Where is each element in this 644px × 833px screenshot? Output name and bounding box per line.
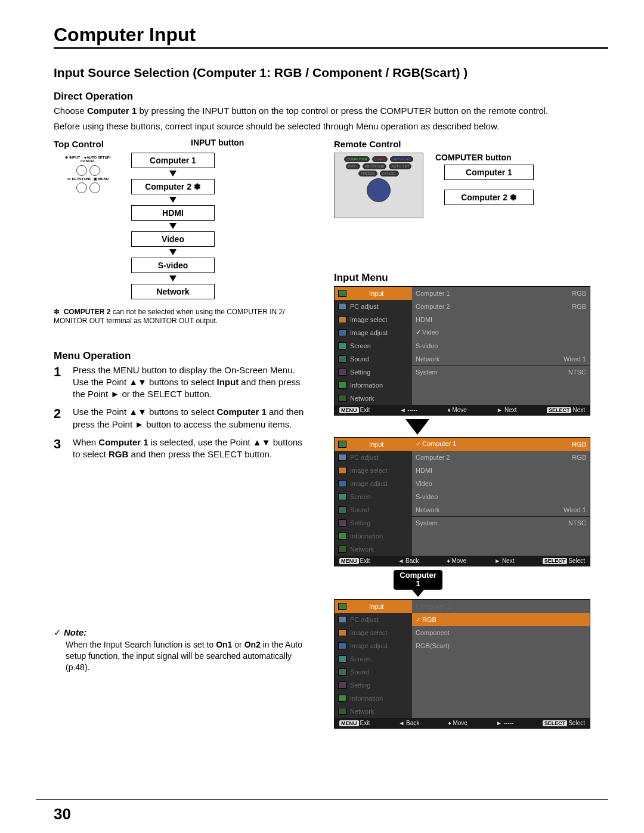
osd-left-label: Sound: [350, 668, 369, 676]
menu-icon: [338, 454, 346, 461]
osd-left-label: Input: [369, 290, 383, 297]
osd-left-item[interactable]: Image select: [335, 626, 412, 639]
st: Exit: [360, 407, 370, 413]
osd-right-item[interactable]: Computer 1RGB: [412, 287, 590, 300]
menu-icon: [338, 368, 346, 376]
osd-left-item[interactable]: Input›: [335, 438, 412, 451]
osd-right-item[interactable]: ✓Video: [412, 326, 590, 339]
remote-btn-autoset[interactable]: AUTO SET: [389, 163, 411, 169]
osd-left-item[interactable]: Sound: [335, 503, 412, 516]
osd-left-item[interactable]: Screen: [335, 339, 412, 352]
st: ◄ -----: [400, 407, 417, 413]
menu-icon: [338, 708, 346, 715]
osd-right-label: S-video: [416, 493, 438, 500]
tc-label-keystone: KEYSTONE: [72, 177, 92, 181]
osd-left-item[interactable]: Setting: [335, 516, 412, 529]
footnote-bold: COMPUTER 2: [64, 308, 111, 316]
osd-right-item[interactable]: NetworkWired 1: [412, 503, 590, 516]
osd-left-item[interactable]: Image adjust: [335, 477, 412, 490]
step-number-1: 1: [54, 364, 67, 401]
osd-menu-2: Input›PC adjustImage selectImage adjustS…: [334, 437, 590, 566]
osd-right-label: Network: [416, 506, 439, 513]
remote-btn-computer[interactable]: COMPUTER: [344, 156, 369, 162]
osd-left-item[interactable]: Input›: [335, 600, 412, 613]
remote-btn-video[interactable]: VIDEO: [372, 156, 388, 162]
osd-left-label: Network: [350, 395, 374, 402]
osd-left-item[interactable]: Image adjust: [335, 639, 412, 652]
osd-left-label: Screen: [350, 493, 371, 500]
osd-right-item[interactable]: ✓Computer 1RGB: [412, 438, 590, 451]
osd-left-item[interactable]: Image adjust: [335, 326, 412, 339]
osd-right-label: ✓RGB: [416, 616, 436, 624]
remote-flow-computer1: Computer 1: [444, 165, 534, 180]
flow-network: Network: [131, 284, 215, 299]
osd-right-item[interactable]: RGB(Scart): [412, 639, 590, 652]
st: ► Next: [494, 558, 514, 564]
tc-button-menu[interactable]: [89, 182, 100, 193]
tc-button-keystone[interactable]: [76, 182, 87, 193]
remote-btn-network[interactable]: NETWORK: [390, 156, 413, 162]
osd-left-item[interactable]: PC adjust: [335, 451, 412, 464]
osd-left-item[interactable]: Image select: [335, 313, 412, 326]
osd-right-item[interactable]: HDMI: [412, 313, 590, 326]
osd-right-item[interactable]: S-video: [412, 490, 590, 503]
note-heading: ✓Note:: [54, 627, 310, 638]
chevron-right-icon: ›: [406, 441, 408, 448]
remote-btn-freeze[interactable]: FREEZE: [358, 171, 377, 176]
menu-icon: [338, 467, 346, 474]
osd-right-item[interactable]: HDMI: [412, 464, 590, 477]
menu-icon: [338, 682, 346, 689]
chevron-right-icon: ›: [406, 290, 408, 297]
menu-icon: [338, 395, 346, 402]
osd-system-row[interactable]: SystemNTSC: [412, 366, 590, 379]
chapter-title: Computer Input: [54, 24, 608, 49]
osd-left-item[interactable]: Setting: [335, 366, 412, 379]
select-tag: SELECT: [547, 407, 572, 413]
osd-system-row[interactable]: SystemNTSC: [412, 516, 590, 529]
osd-right-item[interactable]: S-video: [412, 339, 590, 352]
osd-left-item[interactable]: Information: [335, 529, 412, 543]
tc-button-autosetup[interactable]: [89, 165, 100, 176]
osd-right-label: S-video: [416, 342, 438, 349]
osd-left-item[interactable]: Information: [335, 379, 412, 392]
osd-left-item[interactable]: Network: [335, 705, 412, 718]
st: Select: [568, 720, 585, 726]
osd-left-label: Sound: [350, 355, 369, 363]
osd-right-item[interactable]: ✓RGB: [412, 613, 590, 626]
osd-left-label: Image adjust: [350, 329, 388, 336]
osd-left-item[interactable]: PC adjust: [335, 300, 412, 313]
osd-left-label: PC adjust: [350, 303, 379, 310]
osd-left-item[interactable]: PC adjust: [335, 613, 412, 626]
footnote-star: ✽: [54, 308, 60, 316]
osd-right-item[interactable]: Component: [412, 626, 590, 639]
osd-left-item[interactable]: Sound: [335, 352, 412, 366]
osd-right-item[interactable]: Video: [412, 477, 590, 490]
remote-joystick[interactable]: [367, 178, 391, 202]
remote-btn-cancel[interactable]: CANCEL: [380, 171, 399, 176]
osd-left-item[interactable]: Network: [335, 543, 412, 556]
tc-button-input[interactable]: [76, 165, 87, 176]
menu-icon: [338, 382, 346, 389]
osd-right-item[interactable]: Computer 2RGB: [412, 300, 590, 313]
menu-operation-heading: Menu Operation: [54, 350, 310, 362]
osd-right-item[interactable]: NetworkWired 1: [412, 352, 590, 366]
osd-left-item[interactable]: Input›: [335, 287, 412, 300]
menu-icon: [338, 655, 346, 662]
osd-left-item[interactable]: Sound: [335, 665, 412, 679]
osd-left-item[interactable]: Screen: [335, 490, 412, 503]
osd-left-label: Screen: [350, 342, 371, 349]
menu-icon: [338, 355, 346, 363]
t: When the Input Search function is set to: [66, 640, 216, 649]
osd-right-item[interactable]: Computer 2RGB: [412, 451, 590, 464]
osd-left-item[interactable]: Network: [335, 392, 412, 405]
osd-left-item[interactable]: Screen: [335, 652, 412, 665]
tb: On2: [244, 640, 261, 649]
osd-left-item[interactable]: Image select: [335, 464, 412, 477]
osd-left-item[interactable]: Setting: [335, 679, 412, 692]
osd-left-item[interactable]: Information: [335, 692, 412, 705]
osd-right-label: ✓Computer 1: [416, 440, 456, 448]
remote-btn-keystone[interactable]: KEYSTONE: [363, 163, 387, 169]
flow-svideo: S-video: [131, 258, 215, 273]
remote-btn-info[interactable]: INFO.: [346, 163, 360, 169]
menu-icon: [338, 695, 346, 702]
